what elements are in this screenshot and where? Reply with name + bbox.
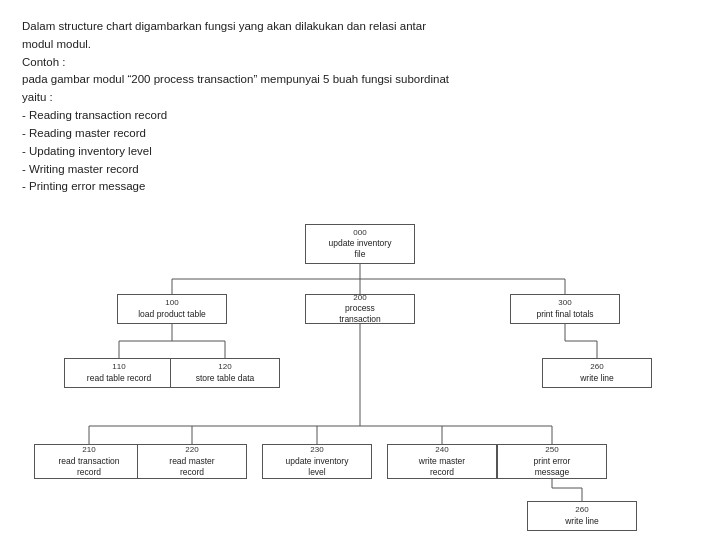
node-300-label: print final totals	[536, 309, 593, 320]
desc-line8: - Updating inventory level	[22, 145, 152, 157]
node-220-num: 220	[185, 445, 198, 455]
desc-line9: - Writing master record	[22, 163, 139, 175]
node-220: 220 read masterrecord	[137, 444, 247, 479]
node-210-num: 210	[82, 445, 95, 455]
node-260b: 260 write line	[527, 501, 637, 531]
node-000-num: 000	[353, 228, 366, 238]
node-260a-num: 260	[590, 362, 603, 372]
node-250-label: print errormessage	[534, 456, 571, 478]
node-240: 240 write masterrecord	[387, 444, 497, 479]
node-000-label: update inventoryfile	[329, 238, 392, 260]
node-220-label: read masterrecord	[169, 456, 214, 478]
node-240-label: write masterrecord	[419, 456, 465, 478]
node-120-label: store table data	[196, 373, 255, 384]
node-300: 300 print final totals	[510, 294, 620, 324]
node-200-label: processtransaction	[339, 303, 381, 325]
node-210: 210 read transactionrecord	[34, 444, 144, 479]
node-260b-label: write line	[565, 516, 599, 527]
page: Dalam structure chart digambarkan fungsi…	[0, 0, 720, 540]
node-230-label: update inventorylevel	[286, 456, 349, 478]
node-230-num: 230	[310, 445, 323, 455]
node-240-num: 240	[435, 445, 448, 455]
description-text: Dalam structure chart digambarkan fungsi…	[22, 18, 698, 196]
node-260a-label: write line	[580, 373, 614, 384]
desc-line5: yaitu :	[22, 91, 53, 103]
node-100-label: load product table	[138, 309, 206, 320]
desc-line4: pada gambar modul “200 process transacti…	[22, 73, 449, 85]
desc-line7: - Reading master record	[22, 127, 146, 139]
desc-line10: - Printing error message	[22, 180, 145, 192]
node-230: 230 update inventorylevel	[262, 444, 372, 479]
node-110: 110 read table record	[64, 358, 174, 388]
node-110-label: read table record	[87, 373, 151, 384]
structure-chart: 000 update inventoryfile 100 load produc…	[22, 206, 698, 540]
node-300-num: 300	[558, 298, 571, 308]
desc-line2: modul modul.	[22, 38, 91, 50]
node-100: 100 load product table	[117, 294, 227, 324]
desc-line3: Contoh :	[22, 56, 65, 68]
desc-line1: Dalam structure chart digambarkan fungsi…	[22, 20, 426, 32]
desc-line6: - Reading transaction record	[22, 109, 167, 121]
node-200-num: 200	[353, 293, 366, 303]
node-250-num: 250	[545, 445, 558, 455]
node-100-num: 100	[165, 298, 178, 308]
node-210-label: read transactionrecord	[59, 456, 120, 478]
node-000: 000 update inventoryfile	[305, 224, 415, 264]
node-200: 200 processtransaction	[305, 294, 415, 324]
node-120: 120 store table data	[170, 358, 280, 388]
node-250: 250 print errormessage	[497, 444, 607, 479]
node-260a: 260 write line	[542, 358, 652, 388]
node-110-num: 110	[112, 362, 125, 372]
node-120-num: 120	[218, 362, 231, 372]
node-260b-num: 260	[575, 505, 588, 515]
